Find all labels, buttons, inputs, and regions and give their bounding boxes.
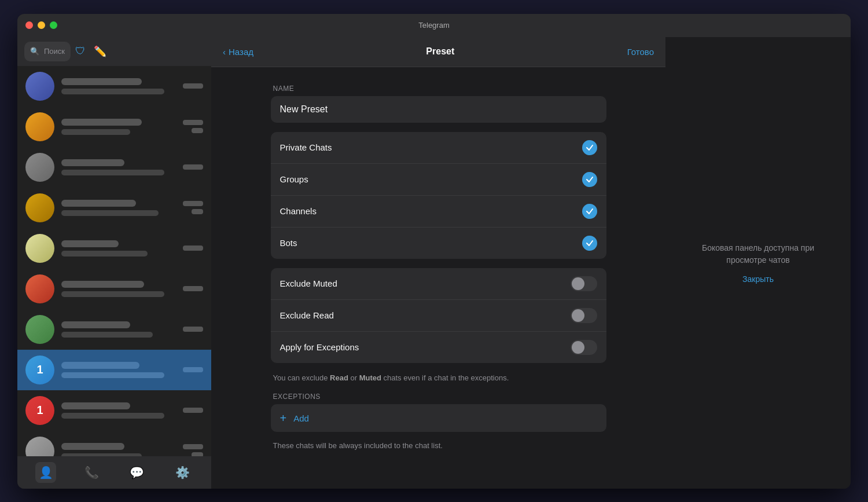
minimize-dot[interactable] — [38, 21, 45, 29]
chat-time — [183, 83, 203, 89]
bots-option[interactable]: Bots — [271, 228, 606, 259]
bots-check — [582, 236, 597, 251]
chat-time — [183, 286, 203, 291]
exceptions-label: EXCEPTIONS — [271, 393, 606, 401]
chat-name — [61, 362, 139, 369]
exclude-muted-toggle[interactable] — [571, 276, 597, 291]
toggles-group: Exclude Muted Exclude Read Apply for Exc… — [271, 268, 606, 363]
chat-time — [183, 120, 203, 125]
name-section: NAME — [271, 85, 606, 123]
apply-exceptions-toggle[interactable] — [571, 340, 597, 355]
sidebar-icons: 🛡 ✏️ — [75, 45, 110, 58]
avatar — [25, 437, 54, 456]
maximize-dot[interactable] — [50, 21, 57, 29]
chat-item[interactable] — [17, 431, 211, 456]
name-input[interactable] — [271, 96, 606, 123]
search-placeholder: Поиск — [44, 47, 65, 56]
add-label: Add — [293, 413, 309, 423]
search-icon: 🔍 — [30, 47, 39, 56]
search-bar[interactable]: 🔍 Поиск — [24, 42, 71, 61]
chat-name — [61, 402, 130, 409]
back-label: Назад — [229, 47, 253, 57]
avatar: 1 — [25, 396, 54, 425]
avatar — [25, 274, 54, 303]
settings-tab[interactable]: ⚙️ — [172, 462, 193, 483]
chat-item[interactable] — [17, 66, 211, 107]
chat-name — [61, 78, 142, 85]
chat-name — [61, 159, 124, 166]
chat-time — [183, 327, 203, 332]
apply-exceptions-option[interactable]: Apply for Exceptions — [271, 332, 606, 363]
content-body: NAME Private Chats — [211, 67, 665, 489]
chat-badge — [192, 452, 203, 456]
content-area: ‹ Назад Preset Готово NAME Priva — [211, 37, 665, 489]
avatar — [25, 153, 54, 182]
toggles-hint: You can exclude Read or Muted chats even… — [271, 372, 606, 384]
exclude-muted-option[interactable]: Exclude Muted — [271, 268, 606, 300]
chat-badge — [192, 128, 203, 133]
sidebar-top: 🔍 Поиск 🛡 ✏️ — [17, 37, 211, 66]
name-section-label: NAME — [271, 85, 606, 93]
channels-label: Channels — [280, 206, 582, 216]
exclude-muted-label: Exclude Muted — [280, 279, 571, 288]
done-button[interactable]: Готово — [627, 47, 654, 57]
exclude-read-label: Exclude Read — [280, 310, 571, 320]
exclude-read-option[interactable]: Exclude Read — [271, 300, 606, 332]
avatar — [25, 72, 54, 101]
chat-preview — [61, 251, 148, 257]
preset-form: NAME Private Chats — [271, 85, 606, 450]
chat-preview — [61, 453, 142, 456]
chat-preview — [61, 129, 130, 135]
content-header: ‹ Назад Preset Готово — [211, 37, 665, 67]
chat-item-active[interactable]: 1 — [17, 350, 211, 390]
chat-name — [61, 119, 142, 126]
chat-list: 1 1 — [17, 66, 211, 456]
chat-item[interactable] — [17, 107, 211, 147]
chat-item[interactable] — [17, 188, 211, 228]
chat-name — [61, 200, 136, 207]
channels-option[interactable]: Channels — [271, 196, 606, 228]
exceptions-section: EXCEPTIONS + Add — [271, 393, 606, 432]
sidebar: 🔍 Поиск 🛡 ✏️ — [17, 37, 211, 489]
avatar: 1 — [25, 356, 54, 384]
bots-label: Bots — [280, 238, 582, 248]
exclude-read-toggle[interactable] — [571, 308, 597, 323]
back-button[interactable]: ‹ Назад — [223, 47, 253, 57]
contacts-tab[interactable]: 👤 — [35, 462, 56, 483]
calls-tab[interactable]: 📞 — [81, 462, 102, 483]
chat-time — [183, 245, 203, 251]
chat-preview — [61, 170, 164, 175]
close-dot[interactable] — [25, 21, 33, 29]
apply-exceptions-label: Apply for Exceptions — [280, 342, 571, 352]
right-panel-info: Боковая панель доступна при просмотре ча… — [665, 242, 851, 266]
options-group: Private Chats Groups — [271, 132, 606, 259]
chat-preview — [61, 89, 164, 94]
groups-option[interactable]: Groups — [271, 164, 606, 196]
window-title: Telegram — [418, 21, 449, 30]
chat-item[interactable] — [17, 269, 211, 309]
private-chats-check — [582, 140, 597, 155]
avatar — [25, 112, 54, 141]
chat-item[interactable] — [17, 309, 211, 350]
chat-time — [183, 164, 203, 170]
chat-preview — [61, 210, 159, 216]
chat-badge — [192, 209, 203, 214]
groups-label: Groups — [280, 174, 582, 184]
avatar — [25, 315, 54, 344]
add-exception-button[interactable]: + Add — [271, 404, 606, 432]
compose-icon[interactable]: ✏️ — [94, 45, 106, 58]
right-panel: Боковая панель доступна при просмотре ча… — [665, 37, 851, 489]
chat-name — [61, 240, 119, 247]
chat-item[interactable] — [17, 228, 211, 269]
private-chats-option[interactable]: Private Chats — [271, 132, 606, 164]
chat-name — [61, 443, 124, 450]
chat-preview — [61, 332, 153, 338]
close-link[interactable]: Закрыть — [742, 274, 774, 284]
chat-item[interactable] — [17, 147, 211, 188]
chat-preview — [61, 372, 164, 378]
shield-icon[interactable]: 🛡 — [75, 45, 86, 58]
chat-time — [183, 408, 203, 413]
chat-item[interactable]: 1 — [17, 390, 211, 431]
chats-tab[interactable]: 💬 — [127, 462, 148, 483]
chat-preview — [61, 413, 164, 419]
